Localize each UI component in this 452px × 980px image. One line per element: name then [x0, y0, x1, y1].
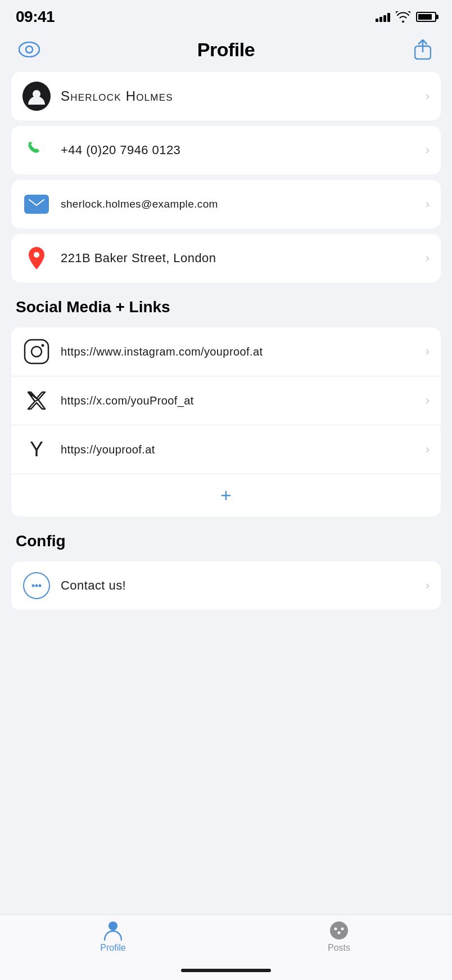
svg-point-11	[35, 585, 38, 587]
chevron-icon: ›	[426, 393, 430, 408]
svg-point-17	[341, 928, 344, 930]
plus-icon: +	[220, 484, 232, 506]
chevron-icon: ›	[426, 251, 430, 266]
status-time: 09:41	[16, 8, 55, 26]
website-url: https://youproof.at	[61, 443, 415, 456]
instagram-icon	[22, 338, 51, 366]
home-bar	[181, 969, 271, 972]
email-address: sherlock.holmes@example.com	[61, 198, 415, 210]
chevron-icon: ›	[426, 143, 430, 158]
svg-point-12	[39, 585, 42, 587]
svg-point-15	[335, 928, 337, 930]
email-card: sherlock.holmes@example.com ›	[11, 180, 441, 228]
svg-point-6	[34, 252, 39, 258]
contact-us-row[interactable]: Contact us! ›	[11, 561, 441, 610]
nav-header: Profile	[0, 30, 452, 72]
tab-profile[interactable]: Profile	[0, 920, 226, 953]
status-icons	[376, 11, 436, 23]
svg-point-1	[26, 46, 33, 53]
address-row[interactable]: 221B Baker Street, London ›	[11, 234, 441, 282]
chevron-icon: ›	[426, 344, 430, 359]
y-letter: Y	[30, 438, 43, 461]
config-card: Contact us! ›	[11, 561, 441, 610]
status-bar: 09:41	[0, 0, 452, 30]
chevron-icon: ›	[426, 578, 430, 593]
profile-tab-label: Profile	[100, 943, 125, 953]
x-row[interactable]: https://x.com/youProof_at ›	[11, 376, 441, 425]
battery-icon	[416, 12, 436, 22]
email-row[interactable]: sherlock.holmes@example.com ›	[11, 180, 441, 228]
x-url: https://x.com/youProof_at	[61, 394, 415, 407]
svg-point-0	[19, 42, 39, 57]
svg-point-13	[109, 921, 117, 930]
tab-bar: Profile Posts	[0, 914, 452, 964]
website-row[interactable]: Y https://youproof.at ›	[11, 425, 441, 474]
config-section-header: Config	[11, 522, 441, 556]
phone-frame: 09:41 Profi	[0, 0, 452, 980]
location-icon	[22, 244, 51, 272]
share-icon	[414, 39, 431, 60]
instagram-url: https://www.instagram.com/youproof.at	[61, 345, 415, 358]
address-text: 221B Baker Street, London	[61, 251, 415, 266]
name-card: Sherlock Holmes ›	[11, 72, 441, 120]
signal-bars-icon	[376, 12, 390, 22]
eye-icon	[19, 42, 40, 57]
user-name: Sherlock Holmes	[61, 88, 415, 104]
content-area: Sherlock Holmes › +44 (0)20 7946 0123 ›	[0, 72, 452, 914]
email-icon	[22, 190, 51, 218]
website-icon: Y	[22, 435, 51, 464]
home-indicator	[0, 964, 452, 980]
profile-tab-icon	[103, 920, 123, 941]
eye-button[interactable]	[16, 36, 43, 63]
posts-tab-label: Posts	[328, 943, 350, 953]
name-row[interactable]: Sherlock Holmes ›	[11, 72, 441, 120]
svg-point-8	[31, 347, 42, 357]
posts-tab-icon	[329, 920, 349, 941]
phone-icon	[22, 136, 51, 164]
contact-us-icon	[22, 572, 51, 600]
chevron-icon: ›	[426, 197, 430, 212]
social-card: https://www.instagram.com/youproof.at › …	[11, 327, 441, 516]
svg-point-9	[42, 344, 44, 347]
social-section-header: Social Media + Links	[11, 288, 441, 322]
add-social-button[interactable]: +	[11, 474, 441, 516]
bottom-spacer	[11, 615, 441, 627]
svg-rect-7	[25, 340, 48, 363]
svg-point-16	[338, 932, 341, 934]
svg-point-14	[330, 921, 348, 939]
phone-number: +44 (0)20 7946 0123	[61, 143, 415, 158]
share-button[interactable]	[409, 36, 436, 63]
tab-posts[interactable]: Posts	[226, 920, 452, 953]
phone-card: +44 (0)20 7946 0123 ›	[11, 126, 441, 174]
svg-rect-5	[28, 198, 45, 210]
phone-row[interactable]: +44 (0)20 7946 0123 ›	[11, 126, 441, 174]
contact-us-label: Contact us!	[61, 578, 415, 593]
svg-point-10	[32, 585, 35, 587]
chevron-icon: ›	[426, 89, 430, 104]
wifi-icon	[396, 11, 410, 23]
instagram-row[interactable]: https://www.instagram.com/youproof.at ›	[11, 327, 441, 376]
chevron-icon: ›	[426, 442, 430, 457]
x-twitter-icon	[22, 386, 51, 415]
page-title: Profile	[197, 39, 255, 61]
address-card: 221B Baker Street, London ›	[11, 234, 441, 282]
avatar-icon	[22, 82, 51, 110]
